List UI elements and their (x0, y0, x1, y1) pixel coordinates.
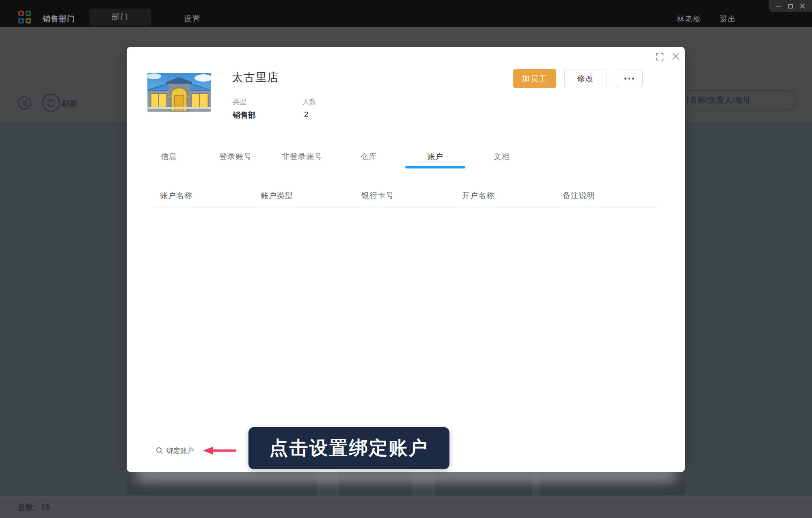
maximize-icon[interactable] (788, 4, 793, 9)
col-remarks: 备注说明 (557, 185, 658, 207)
status-bar: 总数: 13 (0, 496, 812, 518)
app-logo-icon (18, 11, 31, 24)
tab-login-accounts[interactable]: 登录账号 (202, 148, 269, 167)
type-label: 类型 (233, 97, 246, 106)
count-label: 人数 (302, 97, 316, 106)
detail-tabs: 信息 登录账号 非登录账号 仓库 账户 文档 (136, 148, 676, 167)
more-actions-button[interactable] (616, 69, 643, 88)
app-title: 销售部门 (43, 14, 75, 24)
user-name[interactable]: 林老板 (677, 14, 701, 24)
window-close-icon[interactable] (800, 4, 805, 9)
menu-list-button[interactable] (18, 96, 31, 110)
refresh-icon (47, 99, 56, 108)
department-detail-modal: 太古里店 类型 人数 销售部 2 加员工 修改 信息 登录账号 非登录账号 仓库… (127, 47, 685, 472)
tab-info[interactable]: 信息 (136, 148, 202, 167)
nav-tab-settings[interactable]: 设置 (184, 14, 201, 24)
bind-account-label: 绑定账户 (166, 446, 194, 455)
dot-icon (624, 78, 626, 80)
hamburger-icon (22, 100, 28, 106)
logout-button[interactable]: 退出 (719, 14, 736, 24)
refresh-button[interactable] (42, 94, 60, 112)
col-account-holder: 开户名称 (456, 185, 557, 207)
dot-icon (632, 78, 634, 80)
col-account-type: 账户类型 (255, 185, 356, 207)
count-value: 2 (304, 110, 309, 119)
annotation-tooltip: 点击设置绑定账户 (248, 427, 449, 469)
col-bank-card-number: 银行卡号 (356, 185, 456, 207)
accounts-table-header: 账户名称 账户类型 银行卡号 开户名称 备注说明 (154, 185, 658, 207)
screen: 销售部门 部门 设置 林老板 退出 刷新 部门名称/负责人/地址 (0, 0, 812, 518)
tab-documents[interactable]: 文档 (469, 148, 535, 167)
store-name: 太古里店 (232, 70, 279, 85)
total-value: 13 (41, 503, 49, 512)
bind-account-button[interactable]: 绑定账户 (156, 442, 194, 459)
fullscreen-icon[interactable] (656, 53, 663, 60)
tab-warehouse[interactable]: 仓库 (335, 148, 402, 167)
col-account-name: 账户名称 (154, 185, 255, 207)
minimize-icon[interactable] (775, 6, 781, 6)
store-photo (147, 73, 211, 112)
search-icon (156, 447, 163, 454)
accounts-table-body-empty (154, 208, 658, 436)
window-controls (769, 0, 812, 12)
refresh-label[interactable]: 刷新 (62, 99, 77, 109)
modal-close-icon[interactable] (672, 52, 680, 60)
dot-icon (628, 78, 631, 80)
type-value: 销售部 (233, 110, 256, 121)
nav-tab-department[interactable]: 部门 (89, 9, 151, 26)
edit-button[interactable]: 修改 (564, 69, 607, 88)
tab-non-login-accounts[interactable]: 非登录账号 (269, 148, 335, 167)
total-label: 总数: (18, 503, 35, 512)
add-employee-button[interactable]: 加员工 (513, 69, 556, 88)
tab-accounts[interactable]: 账户 (402, 148, 469, 167)
annotation-arrow-icon (202, 445, 237, 458)
titlebar: 销售部门 部门 设置 林老板 退出 (0, 0, 812, 27)
